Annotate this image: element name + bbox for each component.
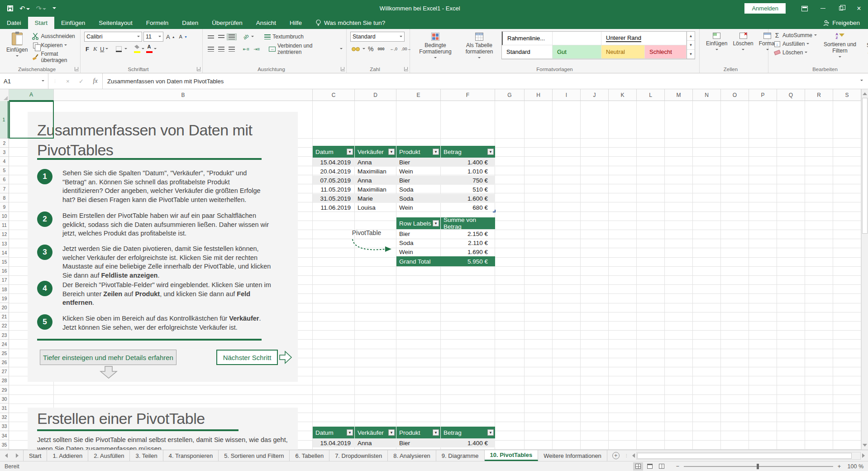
clear-button[interactable]: Löschen [772,48,818,57]
row-header-6[interactable]: 6 [0,175,9,184]
table-header-summe-von-betrag[interactable]: Summe von Betrag [441,217,495,229]
row-header-22[interactable]: 22 [0,322,9,331]
align-middle-button[interactable] [217,34,226,39]
details-button[interactable]: Tiefer einsteigen und mehr Details erfah… [40,350,176,365]
page-layout-view-button[interactable] [645,462,655,471]
italic-button[interactable]: K [92,45,97,53]
gallery-scroll-down-icon[interactable]: ▼ [687,41,695,50]
orientation-caret[interactable] [251,36,254,38]
zoom-level[interactable]: 100 % [847,463,868,470]
insert-cells-button[interactable]: Einfügen [703,31,730,53]
table-header-betrag[interactable]: Betrag▼ [441,146,495,158]
filter-dropdown-icon[interactable]: ▼ [433,220,439,226]
restore-icon[interactable] [832,2,850,15]
zoom-out-icon[interactable]: − [676,463,679,470]
column-header-C[interactable]: C [313,89,355,101]
zoom-slider-thumb[interactable] [757,464,759,469]
table-row[interactable]: Bier2.150 € [396,229,495,238]
row-header-5[interactable]: 5 [0,166,9,175]
font-color-caret[interactable] [154,48,157,51]
customize-qat-icon[interactable] [52,6,56,11]
cell-style-Standard[interactable]: Standard [502,45,553,59]
cell-style-Unterer Rand[interactable]: Unterer Rand [601,32,687,45]
row-header-1[interactable]: 1 [0,101,9,139]
sheet-nav-left-icon[interactable] [0,450,12,461]
menu-tab-start[interactable]: Start [28,17,55,29]
cut-button[interactable]: Ausschneiden [30,32,76,40]
cell-style-Rahmenlinie...[interactable]: Rahmenlinie... [502,32,553,45]
sales-table[interactable]: Datum▼Verkäufer▼Produkt▼Betrag▼15.04.201… [313,146,495,212]
sheet-tab-7-dropdownlisten[interactable]: 7. Dropdownlisten [329,450,388,461]
column-header-H[interactable]: H [525,89,553,101]
new-sheet-button[interactable]: + [607,450,625,461]
merge-center-button[interactable]: ↔ Verbinden und zentrieren [267,42,339,56]
row-header-16[interactable]: 16 [0,267,9,276]
currency-caret[interactable] [362,48,365,51]
sign-in-button[interactable]: Anmelden [744,3,786,14]
insert-function-icon[interactable]: fx [93,77,98,85]
table-row[interactable]: 15.04.2019AnnaBier1.400 € [313,158,495,167]
table-header-verkäufer[interactable]: Verkäufer▼ [355,427,396,438]
row-header-18[interactable]: 18 [0,285,9,294]
thousands-button[interactable]: 000 [376,46,386,52]
fill-color-caret[interactable] [142,48,144,51]
tell-me-box[interactable]: Was möchten Sie tun? [309,17,392,29]
hscroll-left-icon[interactable] [630,453,635,458]
row-header-33[interactable]: 33 [0,422,9,431]
table-header-betrag[interactable]: Betrag▼ [441,427,495,438]
row-header-12[interactable]: 12 [0,230,9,239]
sheet-tab-5-sortieren-und-filtern[interactable]: 5. Sortieren und Filtern [219,450,290,461]
horizontal-scroll-thumb[interactable] [637,453,852,459]
sheet-tab-6-tabellen[interactable]: 6. Tabellen [290,450,329,461]
column-header-J[interactable]: J [581,89,609,101]
filter-dropdown-icon[interactable]: ▼ [388,149,395,155]
align-center-button[interactable] [217,46,226,52]
row-header-26[interactable]: 26 [0,358,9,367]
table-header-datum[interactable]: Datum▼ [313,146,355,158]
table-row[interactable]: 20.04.2019MaximilianWein1.010 € [313,447,495,450]
font-color-button[interactable]: A [146,44,153,53]
row-header-24[interactable]: 24 [0,340,9,349]
table-header-verkäufer[interactable]: Verkäufer▼ [355,146,396,158]
underline-button[interactable]: U [99,45,104,53]
column-header-M[interactable]: M [665,89,693,101]
align-right-button[interactable] [227,46,236,52]
sheet-tab-4-transponieren[interactable]: 4. Transponieren [163,450,219,461]
close-icon[interactable]: × [850,2,868,15]
number-format-combo[interactable]: Standard [350,32,405,42]
table-row[interactable]: Wein1.690 € [396,247,495,256]
row-header-30[interactable]: 30 [0,394,9,404]
gallery-more-icon[interactable]: ▼ [687,50,695,59]
ribbon-display-options-icon[interactable] [796,2,814,15]
table-row[interactable]: 20.04.2019MaximilianWein1.010 € [313,167,495,176]
row-header-7[interactable]: 7 [0,184,9,193]
formula-content[interactable]: Zusammenfassen von Daten mit PivotTables [103,73,855,89]
row-header-25[interactable]: 25 [0,349,9,358]
currency-button[interactable] [350,47,361,52]
page-break-view-button[interactable] [657,462,667,471]
find-select-button[interactable]: Suchen und Auswählen [862,31,868,65]
sheet-tab-2-ausf-llen[interactable]: 2. Ausfüllen [88,450,130,461]
tab-splitter[interactable]: ⋮ [625,450,629,461]
row-header-19[interactable]: 19 [0,294,9,303]
borders-caret[interactable] [124,48,127,51]
table-row[interactable]: 15.04.2019AnnaBier1.400 € [313,438,495,447]
column-header-S[interactable]: S [833,89,861,101]
filter-dropdown-icon[interactable]: ▼ [347,429,353,436]
sheet-tab-weitere-informationen[interactable]: Weitere Informationen [538,450,607,461]
redo-icon[interactable]: ↷ [36,5,47,13]
row-header-23[interactable]: 23 [0,331,9,340]
sheet-tab-start[interactable]: Start [24,450,47,461]
column-header-Q[interactable]: Q [777,89,805,101]
borders-button[interactable] [114,46,123,53]
filter-dropdown-icon[interactable]: ▼ [347,149,353,155]
menu-tab-ansicht[interactable]: Ansicht [249,17,283,29]
zoom-slider[interactable] [684,466,833,467]
pivot-table[interactable]: Row Labels▼Summe von BetragBier2.150 €So… [396,217,495,266]
menu-tab-seitenlayout[interactable]: Seitenlayout [92,17,139,29]
namebox-splitter-icon[interactable]: ⋮ [53,79,57,83]
column-header-I[interactable]: I [553,89,581,101]
table-row[interactable]: Soda2.110 € [396,238,495,247]
align-left-button[interactable] [206,46,215,52]
row-header-4[interactable]: 4 [0,157,9,166]
